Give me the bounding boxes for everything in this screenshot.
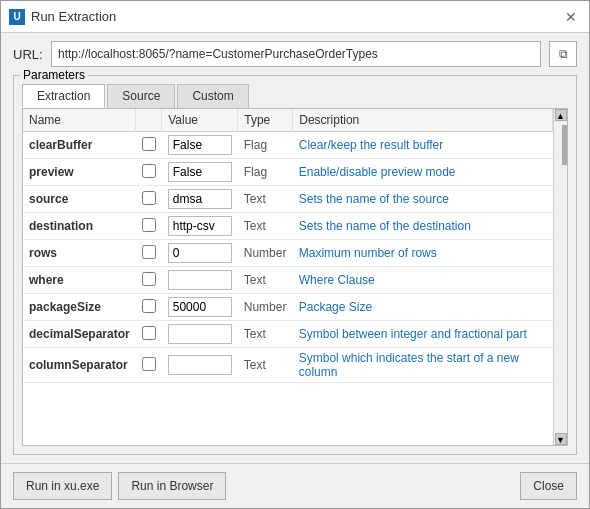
param-checkbox[interactable] (142, 164, 156, 178)
value-input[interactable] (168, 297, 232, 317)
cell-checkbox (136, 267, 162, 294)
cell-checkbox (136, 321, 162, 348)
param-checkbox[interactable] (142, 137, 156, 151)
cell-description: Sets the name of the destination (293, 213, 553, 240)
cell-checkbox (136, 132, 162, 159)
cell-name: columnSeparator (23, 348, 136, 383)
cell-description: Enable/disable preview mode (293, 159, 553, 186)
col-header-check (136, 109, 162, 132)
parameters-group: Parameters Extraction Source Custom (13, 75, 577, 455)
cell-name: packageSize (23, 294, 136, 321)
tabs-container: Extraction Source Custom (14, 76, 576, 108)
cell-value (162, 321, 238, 348)
cell-checkbox (136, 240, 162, 267)
value-input[interactable] (168, 135, 232, 155)
cell-name: destination (23, 213, 136, 240)
value-input[interactable] (168, 270, 232, 290)
param-checkbox[interactable] (142, 299, 156, 313)
value-input[interactable] (168, 189, 232, 209)
col-header-description: Description (293, 109, 553, 132)
app-icon: U (9, 9, 25, 25)
value-input[interactable] (168, 355, 232, 375)
table-row: previewFlagEnable/disable preview mode (23, 159, 553, 186)
table-row: columnSeparatorTextSymbol which indicate… (23, 348, 553, 383)
cell-type: Text (238, 348, 293, 383)
cell-description: Where Clause (293, 267, 553, 294)
cell-type: Text (238, 267, 293, 294)
cell-checkbox (136, 294, 162, 321)
cell-value (162, 267, 238, 294)
cell-value (162, 294, 238, 321)
table-row: rowsNumberMaximum number of rows (23, 240, 553, 267)
window-title: Run Extraction (31, 9, 116, 24)
cell-description: Sets the name of the source (293, 186, 553, 213)
col-header-name: Name (23, 109, 136, 132)
value-input[interactable] (168, 324, 232, 344)
table-container: Name Value Type Description clearBufferF… (23, 109, 567, 445)
table-header-row: Name Value Type Description (23, 109, 553, 132)
table-row: whereTextWhere Clause (23, 267, 553, 294)
col-header-type: Type (238, 109, 293, 132)
param-checkbox[interactable] (142, 272, 156, 286)
title-bar: U Run Extraction ✕ (1, 1, 589, 33)
footer: Run in xu.exe Run in Browser Close (1, 463, 589, 508)
cell-checkbox (136, 348, 162, 383)
table-row: packageSizeNumberPackage Size (23, 294, 553, 321)
cell-type: Text (238, 186, 293, 213)
cell-name: clearBuffer (23, 132, 136, 159)
params-table: Name Value Type Description clearBufferF… (23, 109, 553, 383)
cell-value (162, 159, 238, 186)
cell-name: decimalSeparator (23, 321, 136, 348)
cell-value (162, 240, 238, 267)
run-browser-button[interactable]: Run in Browser (118, 472, 226, 500)
value-input[interactable] (168, 162, 232, 182)
main-content: URL: ⧉ Parameters Extraction Source Cust… (1, 33, 589, 463)
scrollbar[interactable]: ▲ ▼ (553, 109, 567, 445)
cell-value (162, 348, 238, 383)
param-checkbox[interactable] (142, 218, 156, 232)
table-wrapper: Name Value Type Description clearBufferF… (23, 109, 553, 445)
param-checkbox[interactable] (142, 191, 156, 205)
cell-type: Flag (238, 159, 293, 186)
close-button[interactable]: Close (520, 472, 577, 500)
table-row: destinationTextSets the name of the dest… (23, 213, 553, 240)
table-row: sourceTextSets the name of the source (23, 186, 553, 213)
cell-description: Clear/keep the result buffer (293, 132, 553, 159)
table-row: clearBufferFlagClear/keep the result buf… (23, 132, 553, 159)
cell-type: Number (238, 294, 293, 321)
cell-description: Symbol between integer and fractional pa… (293, 321, 553, 348)
cell-type: Number (238, 240, 293, 267)
url-row: URL: ⧉ (13, 41, 577, 67)
value-input[interactable] (168, 216, 232, 236)
param-checkbox[interactable] (142, 245, 156, 259)
value-input[interactable] (168, 243, 232, 263)
cell-value (162, 186, 238, 213)
table-row: decimalSeparatorTextSymbol between integ… (23, 321, 553, 348)
param-checkbox[interactable] (142, 357, 156, 371)
col-header-value: Value (162, 109, 238, 132)
cell-name: rows (23, 240, 136, 267)
cell-value (162, 213, 238, 240)
footer-left: Run in xu.exe Run in Browser (13, 472, 226, 500)
main-window: U Run Extraction ✕ URL: ⧉ Parameters Ext… (0, 0, 590, 509)
title-bar-left: U Run Extraction (9, 9, 116, 25)
cell-name: where (23, 267, 136, 294)
tab-extraction[interactable]: Extraction (22, 84, 105, 108)
cell-description: Maximum number of rows (293, 240, 553, 267)
cell-type: Flag (238, 132, 293, 159)
tab-custom[interactable]: Custom (177, 84, 248, 108)
cell-description: Symbol which indicates the start of a ne… (293, 348, 553, 383)
cell-type: Text (238, 213, 293, 240)
param-checkbox[interactable] (142, 326, 156, 340)
run-xu-button[interactable]: Run in xu.exe (13, 472, 112, 500)
tab-source[interactable]: Source (107, 84, 175, 108)
window-close-button[interactable]: ✕ (561, 7, 581, 27)
url-input[interactable] (51, 41, 541, 67)
cell-description: Package Size (293, 294, 553, 321)
cell-checkbox (136, 186, 162, 213)
copy-icon: ⧉ (559, 47, 568, 61)
cell-value (162, 132, 238, 159)
copy-url-button[interactable]: ⧉ (549, 41, 577, 67)
cell-type: Text (238, 321, 293, 348)
cell-checkbox (136, 213, 162, 240)
